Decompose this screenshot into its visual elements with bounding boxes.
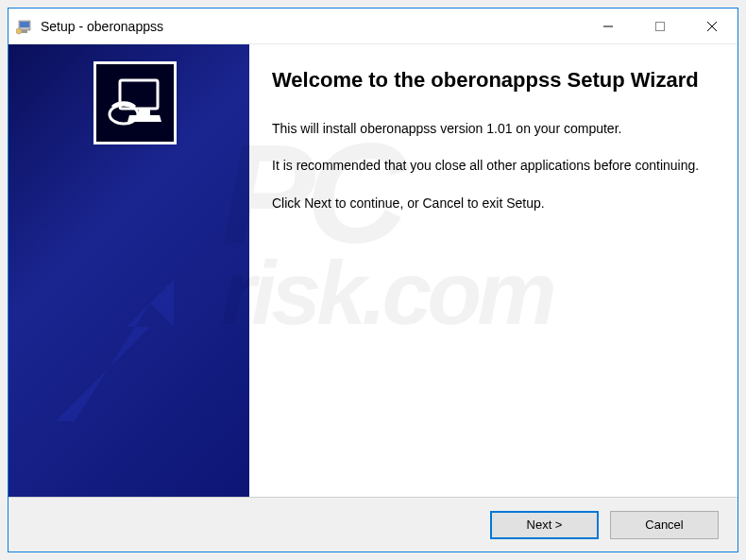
wizard-right-panel: PC risk.com Welcome to the oberonappss S… — [249, 44, 738, 497]
maximize-button[interactable] — [634, 8, 686, 43]
wizard-left-panel — [8, 44, 249, 497]
wizard-paragraph-2: It is recommended that you close all oth… — [272, 157, 709, 176]
watermark-line2: risk.com — [221, 255, 738, 331]
svg-rect-1 — [20, 22, 29, 27]
wizard-paragraph-1: This will install oberonappss version 1.… — [272, 120, 709, 139]
maximize-icon — [654, 21, 666, 32]
minimize-button[interactable] — [582, 8, 634, 43]
svg-rect-5 — [655, 22, 664, 30]
minimize-icon — [602, 21, 614, 32]
button-bar: Next > Cancel — [8, 497, 738, 552]
wizard-computer-icon — [93, 61, 177, 144]
svg-point-3 — [16, 28, 22, 34]
wizard-heading: Welcome to the oberonappss Setup Wizard — [272, 67, 709, 93]
window-controls — [582, 8, 738, 43]
titlebar: Setup - oberonappss — [8, 8, 738, 44]
next-button[interactable]: Next > — [490, 511, 599, 539]
content-area: PC risk.com Welcome to the oberonappss S… — [8, 44, 738, 497]
background-arrow-icon — [37, 261, 216, 440]
close-icon — [706, 21, 718, 32]
svg-rect-9 — [139, 109, 150, 115]
window-title: Setup - oberonappss — [41, 19, 582, 34]
installer-icon — [16, 18, 33, 35]
close-button[interactable] — [686, 8, 738, 43]
wizard-paragraph-3: Click Next to continue, or Cancel to exi… — [272, 195, 709, 213]
cancel-button[interactable]: Cancel — [610, 511, 719, 539]
svg-rect-2 — [22, 30, 27, 33]
setup-window: Setup - oberonappss — [8, 8, 738, 552]
